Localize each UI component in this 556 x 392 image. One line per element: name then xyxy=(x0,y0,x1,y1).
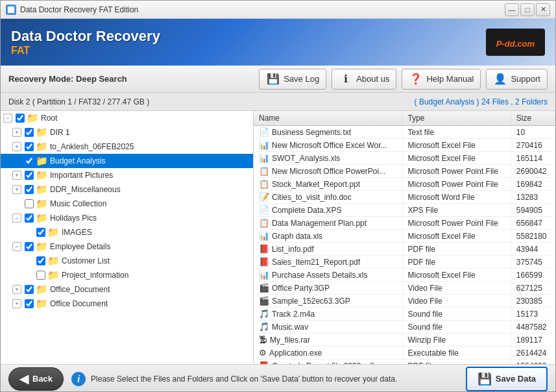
file-size-cell: 165114 xyxy=(511,152,555,165)
tree-expand-budget xyxy=(12,156,21,165)
file-name-cell: 📄Business Segments.txt xyxy=(254,126,402,139)
file-name-cell: 📕Sales_Item21_Report.pdf xyxy=(254,256,402,269)
tree-label-images: IMAGES xyxy=(62,228,92,237)
about-us-button[interactable]: ℹ About us xyxy=(332,69,396,90)
tree-checkbox-budget[interactable] xyxy=(25,156,34,165)
table-row[interactable]: 🎬Office Party.3GP Video File 627125 xyxy=(254,282,555,295)
tree-label-employee: Employee Details xyxy=(50,242,110,251)
tree-item-office-doc2[interactable]: + 📁 Office Document xyxy=(1,297,253,311)
file-type-cell: Microsoft Power Point File xyxy=(402,178,511,191)
tree-checkbox-holidays[interactable] xyxy=(25,214,34,223)
file-size-cell: 10 xyxy=(511,126,555,139)
disk-info-left: Disk 2 ( Partition 1 / FAT32 / 277.47 GB… xyxy=(8,97,149,106)
tree-item-ddr-misc[interactable]: + 📁 DDR_Miscellaneous xyxy=(1,182,253,197)
file-type-icon: 📊 xyxy=(259,140,269,150)
tree-item-important[interactable]: + 📁 Important Pictures xyxy=(1,168,253,182)
folder-icon-office-doc1: 📁 xyxy=(36,284,48,295)
tree-label-office-doc1: Office_Document xyxy=(50,285,110,294)
tree-expand-office-doc1[interactable]: + xyxy=(12,285,21,294)
save-data-button[interactable]: 💾 Save Data xyxy=(466,367,548,391)
tree-checkbox-images[interactable] xyxy=(36,228,45,237)
tree-item-budget[interactable]: 📁 Budget Analysis xyxy=(1,154,253,168)
table-row[interactable]: 🗜My_files.rar Winzip File 189117 xyxy=(254,334,555,347)
tree-item-root[interactable]: − 📁 Root xyxy=(1,111,253,125)
tree-item-customer[interactable]: 📁 Customer List xyxy=(1,254,253,268)
tree-checkbox-dir1[interactable] xyxy=(25,128,34,137)
support-button[interactable]: 👤 Support xyxy=(486,69,548,90)
tree-checkbox-employee[interactable] xyxy=(25,242,34,251)
table-row[interactable]: 🎵Music.wav Sound file 4487582 xyxy=(254,321,555,334)
save-data-label: Save Data xyxy=(496,374,536,384)
file-name-cell: 📋Data Management Plan.ppt xyxy=(254,217,402,230)
tree-expand-office-doc2[interactable]: + xyxy=(12,299,21,308)
back-arrow-icon: ◀ xyxy=(19,372,29,386)
save-log-button[interactable]: 💾 Save Log xyxy=(259,69,326,90)
tree-item-to-anklesh[interactable]: + 📁 to_Anklesh_06FEB2025 xyxy=(1,140,253,154)
file-size-cell: 13283 xyxy=(511,191,555,204)
table-row[interactable]: 📊Purchase Assets Details.xls Microsoft E… xyxy=(254,269,555,282)
title-bar-controls: — □ ✕ xyxy=(505,3,550,16)
tree-expand-important[interactable]: + xyxy=(12,171,21,180)
table-row[interactable]: 📋Data Management Plan.ppt Microsoft Powe… xyxy=(254,217,555,230)
tree-item-holidays[interactable]: − 📁 Holidays Pics xyxy=(1,211,253,225)
file-type-cell: Text file xyxy=(402,126,511,139)
file-type-cell: Microsoft Excel File xyxy=(402,139,511,152)
close-button[interactable]: ✕ xyxy=(536,3,550,16)
tree-item-office-doc1[interactable]: + 📁 Office_Document xyxy=(1,282,253,297)
table-row[interactable]: 🎬Sample_152ec63.3GP Video File 230385 xyxy=(254,295,555,308)
col-type[interactable]: Type xyxy=(402,111,511,126)
tree-checkbox-office-doc1[interactable] xyxy=(25,285,34,294)
table-row[interactable]: 🎵Track 2.m4a Sound file 15173 xyxy=(254,308,555,321)
table-row[interactable]: 📊New Microsoft Office Excel Wor... Micro… xyxy=(254,139,555,152)
tree-checkbox-root[interactable] xyxy=(16,114,25,123)
file-type-cell: Microsoft Power Point File xyxy=(402,165,511,178)
col-size[interactable]: Size xyxy=(511,111,555,126)
tree-item-music[interactable]: 📁 Music Collection xyxy=(1,197,253,211)
tree-expand-to-anklesh[interactable]: + xyxy=(12,142,21,151)
info-icon: i xyxy=(71,372,86,386)
table-row[interactable]: 📕Sales_Item21_Report.pdf PDF file 375745 xyxy=(254,256,555,269)
folder-icon-important: 📁 xyxy=(36,169,48,181)
tree-checkbox-music[interactable] xyxy=(25,199,34,208)
table-row[interactable]: 📊SWOT_Analysis.xls Microsoft Excel File … xyxy=(254,152,555,165)
table-row[interactable]: 📋Stock_Market_Report.ppt Microsoft Power… xyxy=(254,178,555,191)
table-row[interactable]: 📋New Microsoft Office PowerPoi... Micros… xyxy=(254,165,555,178)
tree-expand-holidays[interactable]: − xyxy=(12,214,21,223)
help-manual-button[interactable]: ❓ Help Manual xyxy=(402,69,481,90)
table-row[interactable]: ⚙Application.exe Executable file 2614424 xyxy=(254,347,555,360)
file-name-cell: 📕List_info.pdf xyxy=(254,243,402,256)
tree-item-dir1[interactable]: + 📁 DIR 1 xyxy=(1,125,253,140)
tree-checkbox-project[interactable] xyxy=(36,271,45,280)
maximize-button[interactable]: □ xyxy=(520,3,535,16)
tree-item-images[interactable]: 📁 IMAGES xyxy=(1,225,253,239)
recovery-mode: Recovery Mode: Deep Search xyxy=(8,74,127,84)
table-row[interactable]: 📄Complete Data.XPS XPS File 594905 xyxy=(254,204,555,217)
table-row[interactable]: 📊Graph data.xls Microsoft Excel File 558… xyxy=(254,230,555,243)
table-row[interactable]: 📕List_info.pdf PDF file 43944 xyxy=(254,243,555,256)
tree-expand-dir1[interactable]: + xyxy=(12,128,21,137)
tree-expand-employee[interactable]: − xyxy=(12,242,21,251)
col-name[interactable]: Name xyxy=(254,111,402,126)
back-button[interactable]: ◀ Back xyxy=(8,367,64,391)
table-row[interactable]: 📄Business Segments.txt Text file 10 xyxy=(254,126,555,139)
table-row[interactable]: 📝Cities_to_visit_info.doc Microsoft Word… xyxy=(254,191,555,204)
tree-item-employee[interactable]: − 📁 Employee Details xyxy=(1,239,253,254)
table-row[interactable]: 📕Quarterly Report file 2022.pdf PDF file… xyxy=(254,360,555,365)
tree-checkbox-customer[interactable] xyxy=(36,256,45,265)
disk-info-bar: Disk 2 ( Partition 1 / FAT32 / 277.47 GB… xyxy=(1,93,555,111)
tree-checkbox-to-anklesh[interactable] xyxy=(25,142,34,151)
file-name-cell: 📊Graph data.xls xyxy=(254,230,402,243)
file-panel: Name Type Size 📄Business Segments.txt Te… xyxy=(254,111,555,364)
tree-checkbox-important[interactable] xyxy=(25,171,34,180)
folder-icon-images: 📁 xyxy=(47,227,60,238)
tree-checkbox-ddr-misc[interactable] xyxy=(25,185,34,194)
file-name-cell: 🎵Track 2.m4a xyxy=(254,308,402,321)
minimize-button[interactable]: — xyxy=(505,3,519,16)
tree-checkbox-office-doc2[interactable] xyxy=(25,299,34,308)
file-type-cell: Executable file xyxy=(402,347,511,360)
tree-item-project[interactable]: 📁 Project_information xyxy=(1,268,253,282)
tree-label-dir1: DIR 1 xyxy=(50,128,70,137)
tree-expand-root[interactable]: − xyxy=(3,114,12,123)
tree-expand-ddr-misc[interactable]: + xyxy=(12,185,21,194)
file-name-cell: ⚙Application.exe xyxy=(254,347,402,360)
